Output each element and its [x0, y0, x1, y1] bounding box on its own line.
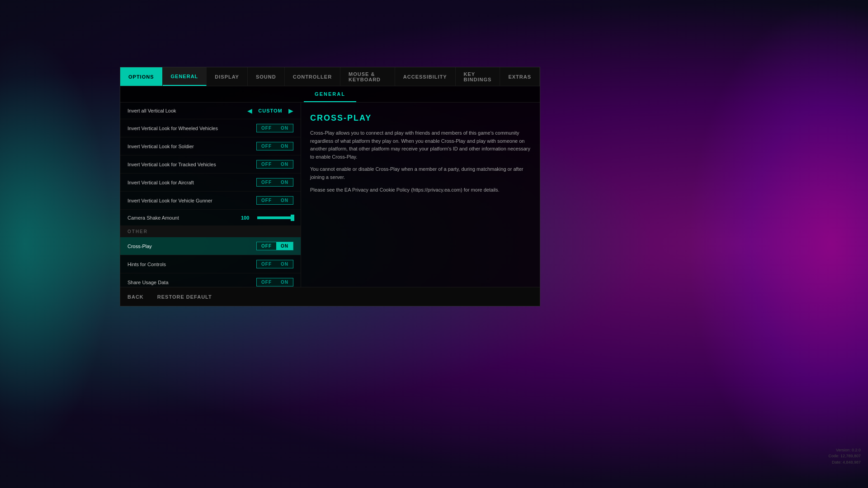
share-usage-toggle-btn[interactable]: OFF ON	[256, 278, 293, 286]
restore-default-button[interactable]: RESTORE DEFAULT	[157, 294, 212, 300]
info-title: CROSS-PLAY	[310, 113, 531, 123]
setting-share-usage: Share Usage Data OFF ON	[120, 273, 301, 287]
setting-aircraft: Invert Vertical Look for Aircraft OFF ON	[120, 174, 301, 192]
share-usage-toggle: OFF ON	[256, 278, 293, 286]
other-section-divider: OTHER	[120, 226, 301, 237]
wheeled-vehicles-toggle: OFF ON	[256, 124, 293, 132]
hints-controls-label: Hints for Controls	[127, 262, 166, 267]
setting-tracked-vehicles: Invert Vertical Look for Tracked Vehicle…	[120, 155, 301, 174]
camera-shake-slider-group: 100	[241, 215, 293, 221]
camera-shake-track[interactable]	[257, 216, 293, 219]
wheeled-vehicles-off[interactable]: OFF	[257, 124, 276, 132]
share-usage-off[interactable]: OFF	[257, 278, 276, 286]
share-usage-on[interactable]: ON	[276, 278, 293, 286]
tracked-vehicles-toggle: OFF ON	[256, 160, 293, 169]
tracked-vehicles-off[interactable]: OFF	[257, 160, 276, 168]
info-paragraph-3: Please see the EA Privacy and Cookie Pol…	[310, 186, 531, 194]
nav-accessibility[interactable]: ACCESSIBILITY	[395, 67, 456, 86]
nav-display[interactable]: DISPLAY	[207, 67, 248, 86]
vehicle-gunner-label: Invert Vertical Look for Vehicle Gunner	[127, 198, 212, 203]
camera-shake-value: 100	[241, 215, 254, 221]
nav-bar: OPTIONS GENERAL DISPLAY SOUND CONTROLLER…	[120, 67, 540, 86]
setting-cross-play[interactable]: Cross-Play OFF ON	[120, 237, 301, 255]
slider-fill	[257, 216, 293, 219]
arrow-left-icon[interactable]: ◀	[247, 107, 252, 114]
aircraft-on[interactable]: ON	[276, 178, 293, 186]
hints-controls-on[interactable]: ON	[276, 260, 293, 268]
soldier-off[interactable]: OFF	[257, 142, 276, 150]
version-line1: Version: 0.2.0	[828, 447, 861, 454]
tracked-vehicles-on[interactable]: ON	[276, 160, 293, 168]
soldier-toggle-btn[interactable]: OFF ON	[256, 142, 293, 150]
info-panel: CROSS-PLAY Cross-Play allows you to conn…	[301, 103, 540, 287]
nav-controller[interactable]: CONTROLLER	[285, 67, 340, 86]
info-paragraph-2: You cannot enable or disable Cross-Play …	[310, 165, 531, 181]
vehicle-gunner-toggle: OFF ON	[256, 196, 293, 205]
tracked-vehicles-label: Invert Vertical Look for Tracked Vehicle…	[127, 162, 216, 167]
setting-soldier: Invert Vertical Look for Soldier OFF ON	[120, 137, 301, 155]
main-window: OPTIONS GENERAL DISPLAY SOUND CONTROLLER…	[120, 67, 540, 306]
camera-shake-label: Camera Shake Amount	[127, 215, 179, 221]
cross-play-toggle: OFF ON	[256, 242, 293, 250]
bottom-bar: BACK RESTORE DEFAULT	[120, 287, 540, 306]
info-paragraph-1: Cross-Play allows you to connect and pla…	[310, 129, 531, 161]
aircraft-label: Invert Vertical Look for Aircraft	[127, 180, 194, 185]
nav-general[interactable]: GENERAL	[163, 67, 207, 86]
back-button[interactable]: BACK	[127, 294, 144, 300]
nav-sound[interactable]: SOUND	[248, 67, 285, 86]
setting-hints-controls: Hints for Controls OFF ON	[120, 255, 301, 273]
cross-play-label: Cross-Play	[127, 244, 152, 249]
aircraft-toggle-btn[interactable]: OFF ON	[256, 178, 293, 187]
pink-glow	[687, 0, 868, 488]
invert-all-selector: ◀ CUSTOM ▶	[247, 107, 293, 114]
wheeled-vehicles-toggle-btn[interactable]: OFF ON	[256, 124, 293, 132]
nav-options[interactable]: OPTIONS	[120, 67, 163, 86]
hints-controls-toggle: OFF ON	[256, 260, 293, 268]
invert-all-value: CUSTOM	[257, 108, 284, 113]
wheeled-vehicles-on[interactable]: ON	[276, 124, 293, 132]
teal-glow	[0, 0, 127, 488]
aircraft-off[interactable]: OFF	[257, 178, 276, 186]
hints-controls-off[interactable]: OFF	[257, 260, 276, 268]
nav-mouse-keyboard[interactable]: MOUSE & KEYBOARD	[340, 67, 395, 86]
share-usage-label: Share Usage Data	[127, 280, 169, 285]
invert-all-label: Invert all Vertical Look	[127, 108, 176, 113]
vehicle-gunner-toggle-btn[interactable]: OFF ON	[256, 196, 293, 205]
slider-thumb[interactable]	[291, 215, 294, 221]
aircraft-toggle: OFF ON	[256, 178, 293, 187]
soldier-toggle: OFF ON	[256, 142, 293, 150]
version-info: Version: 0.2.0 Code: 12,789,807 Date: 4,…	[828, 447, 861, 466]
setting-invert-all: Invert all Vertical Look ◀ CUSTOM ▶	[120, 103, 301, 119]
version-line2: Code: 12,789,807	[828, 453, 861, 460]
cross-play-toggle-btn[interactable]: OFF ON	[256, 242, 293, 250]
vehicle-gunner-on[interactable]: ON	[276, 197, 293, 204]
setting-wheeled-vehicles: Invert Vertical Look for Wheeled Vehicle…	[120, 119, 301, 137]
content-area: Invert all Vertical Look ◀ CUSTOM ▶ Inve…	[120, 103, 540, 287]
nav-extras[interactable]: EXTRAS	[500, 67, 540, 86]
cross-play-on[interactable]: ON	[276, 242, 293, 250]
cross-play-off[interactable]: OFF	[257, 242, 276, 250]
arrow-right-icon[interactable]: ▶	[288, 107, 293, 114]
tracked-vehicles-toggle-btn[interactable]: OFF ON	[256, 160, 293, 169]
sub-tab-general[interactable]: GENERAL	[304, 86, 356, 102]
nav-key-bindings[interactable]: KEY BINDINGS	[456, 67, 500, 86]
soldier-on[interactable]: ON	[276, 142, 293, 150]
vehicle-gunner-off[interactable]: OFF	[257, 197, 276, 204]
sub-tab-bar: GENERAL	[120, 86, 540, 103]
soldier-label: Invert Vertical Look for Soldier	[127, 144, 194, 149]
setting-camera-shake: Camera Shake Amount 100	[120, 210, 301, 226]
hints-controls-toggle-btn[interactable]: OFF ON	[256, 260, 293, 268]
wheeled-vehicles-label: Invert Vertical Look for Wheeled Vehicle…	[127, 126, 218, 131]
settings-panel: Invert all Vertical Look ◀ CUSTOM ▶ Inve…	[120, 103, 301, 287]
setting-vehicle-gunner: Invert Vertical Look for Vehicle Gunner …	[120, 192, 301, 210]
version-line3: Date: 4,848,987	[828, 460, 861, 466]
